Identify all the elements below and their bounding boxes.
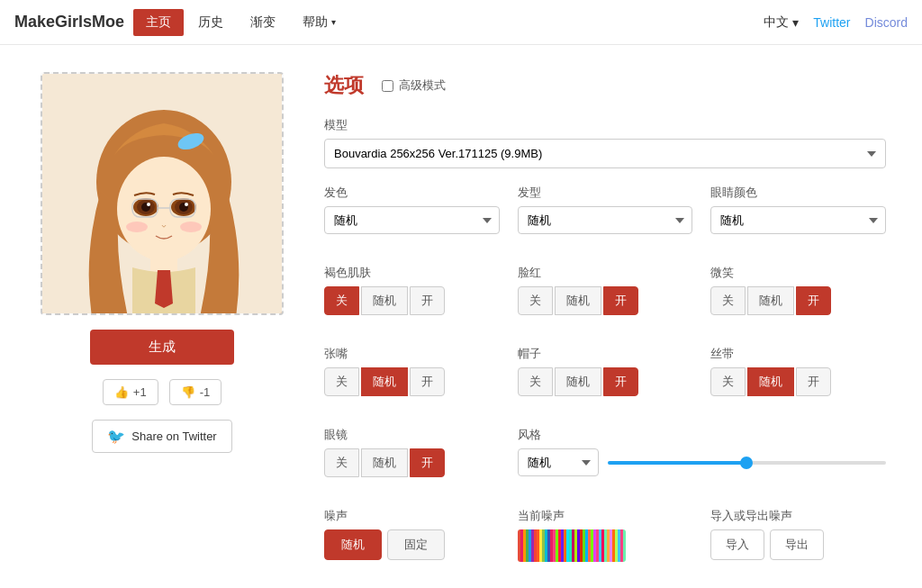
smile-off-btn[interactable]: 关 — [710, 286, 746, 315]
row-mouth-hat-ribbon: 张嘴 关 随机 开 帽子 关 随机 开 丝带 关 随机 — [324, 346, 886, 412]
smile-on-btn[interactable]: 开 — [796, 286, 831, 315]
io-noise-label: 导入或导出噪声 — [710, 508, 886, 524]
smile-label: 微笑 — [710, 265, 886, 281]
smile-field: 微笑 关 随机 开 — [710, 265, 886, 315]
mouth-off-btn[interactable]: 关 — [324, 367, 359, 396]
hair-color-field: 发色 随机 — [324, 185, 500, 234]
twitter-nav-link[interactable]: Twitter — [813, 15, 850, 30]
style-field: 风格 随机 — [518, 427, 886, 477]
svg-point-17 — [180, 222, 202, 232]
mouth-on-btn[interactable]: 开 — [410, 367, 445, 396]
export-noise-btn[interactable]: 导出 — [770, 529, 824, 560]
glasses-off-btn[interactable]: 关 — [324, 448, 359, 477]
smile-toggle: 关 随机 开 — [710, 286, 886, 315]
import-export-btns: 导入 导出 — [710, 529, 886, 560]
hair-style-select[interactable]: 随机 — [518, 206, 693, 234]
tan-toggle: 关 随机 开 — [324, 286, 500, 315]
open-mouth-label: 张嘴 — [324, 346, 500, 362]
noise-fixed-btn[interactable]: 固定 — [387, 529, 445, 560]
import-noise-btn[interactable]: 导入 — [710, 529, 764, 560]
thumbs-down-icon: 👎 — [181, 385, 195, 399]
hair-color-wrap: 随机 — [324, 206, 500, 234]
eye-color-label: 眼睛颜色 — [710, 185, 886, 201]
discord-nav-link[interactable]: Discord — [865, 15, 908, 30]
image-frame — [41, 72, 284, 315]
tan-field: 褐色肌肤 关 随机 开 — [324, 265, 500, 315]
style-select[interactable]: 随机 — [518, 448, 599, 476]
nav-history[interactable]: 历史 — [185, 9, 236, 36]
chevron-down-icon: ▾ — [792, 15, 799, 30]
mouth-random-btn[interactable]: 随机 — [361, 367, 408, 396]
hat-label: 帽子 — [518, 346, 693, 362]
smile-random-btn[interactable]: 随机 — [747, 286, 794, 315]
row-tan-blush-smile: 褐色肌肤 关 随机 开 脸红 关 随机 开 微笑 关 随机 — [324, 265, 886, 331]
blush-random-btn[interactable]: 随机 — [555, 286, 601, 315]
row-noise: 噪声 随机 固定 当前噪声 导入或导出噪声 导入 导出 — [324, 508, 886, 578]
ribbon-label: 丝带 — [710, 346, 886, 362]
upvote-button[interactable]: 👍 +1 — [103, 379, 158, 405]
model-label: 模型 — [324, 117, 886, 133]
blush-label: 脸红 — [518, 265, 693, 281]
main-content: 生成 👍 +1 👎 -1 🐦 Share on Twitter 选项 高级模式 — [0, 45, 922, 588]
generate-button[interactable]: 生成 — [90, 330, 234, 365]
noise-preview — [518, 529, 626, 562]
hair-color-label: 发色 — [324, 185, 500, 201]
current-noise-label: 当前噪声 — [518, 508, 693, 524]
svg-point-13 — [185, 203, 188, 206]
nav-home[interactable]: 主页 — [133, 9, 184, 36]
eye-color-field: 眼睛颜色 随机 — [710, 185, 886, 234]
svg-point-3 — [117, 157, 211, 261]
style-row: 随机 — [518, 448, 886, 476]
open-mouth-toggle: 关 随机 开 — [324, 367, 500, 396]
tan-label: 褐色肌肤 — [324, 265, 500, 281]
hair-style-field: 发型 随机 — [518, 185, 693, 234]
blush-off-btn[interactable]: 关 — [518, 286, 553, 315]
downvote-button[interactable]: 👎 -1 — [169, 379, 222, 405]
hat-off-btn[interactable]: 关 — [518, 367, 553, 396]
blush-toggle: 关 随机 开 — [518, 286, 693, 315]
io-noise-field: 导入或导出噪声 导入 导出 — [710, 508, 886, 562]
chevron-down-icon: ▾ — [331, 17, 336, 27]
tan-off-btn[interactable]: 关 — [324, 286, 359, 315]
hair-style-wrap: 随机 — [518, 206, 693, 234]
share-twitter-button[interactable]: 🐦 Share on Twitter — [92, 420, 231, 453]
nav-items: 主页 历史 渐变 帮助 ▾ — [133, 9, 348, 36]
glasses-random-btn[interactable]: 随机 — [361, 448, 408, 477]
nav-gradient[interactable]: 渐变 — [238, 9, 288, 36]
model-select[interactable]: Bouvardia 256x256 Ver.171125 (9.9MB) — [324, 139, 886, 168]
blush-field: 脸红 关 随机 开 — [518, 265, 693, 315]
options-title: 选项 — [324, 72, 364, 99]
ribbon-random-btn[interactable]: 随机 — [747, 367, 794, 396]
navbar: MakeGirlsMoe 主页 历史 渐变 帮助 ▾ 中文 ▾ Twitter … — [0, 0, 922, 45]
vote-row: 👍 +1 👎 -1 — [103, 379, 221, 405]
language-selector[interactable]: 中文 ▾ — [764, 14, 799, 31]
open-mouth-field: 张嘴 关 随机 开 — [324, 346, 500, 396]
ribbon-field: 丝带 关 随机 开 — [710, 346, 886, 396]
glasses-on-btn[interactable]: 开 — [410, 448, 445, 477]
eye-color-select[interactable]: 随机 — [710, 206, 886, 234]
tan-random-btn[interactable]: 随机 — [361, 286, 408, 315]
hair-style-label: 发型 — [518, 185, 693, 201]
hat-random-btn[interactable]: 随机 — [555, 367, 601, 396]
advanced-mode-toggle[interactable]: 高级模式 — [382, 77, 446, 94]
ribbon-toggle: 关 随机 开 — [710, 367, 886, 396]
advanced-mode-checkbox[interactable] — [382, 80, 393, 92]
ribbon-on-btn[interactable]: 开 — [796, 367, 831, 396]
generated-image — [42, 74, 282, 313]
hat-on-btn[interactable]: 开 — [603, 367, 638, 396]
noise-field: 噪声 随机 固定 — [324, 508, 500, 562]
model-field: 模型 Bouvardia 256x256 Ver.171125 (9.9MB) — [324, 117, 886, 168]
noise-random-btn[interactable]: 随机 — [324, 529, 382, 560]
hair-color-select[interactable]: 随机 — [324, 206, 500, 234]
tan-on-btn[interactable]: 开 — [410, 286, 445, 315]
thumbs-up-icon: 👍 — [114, 385, 129, 399]
style-slider[interactable] — [608, 461, 886, 465]
svg-point-8 — [147, 203, 150, 206]
twitter-bird-icon: 🐦 — [107, 428, 125, 445]
eye-color-wrap: 随机 — [710, 206, 886, 234]
left-panel: 生成 👍 +1 👎 -1 🐦 Share on Twitter — [36, 72, 288, 588]
ribbon-off-btn[interactable]: 关 — [710, 367, 746, 396]
blush-on-btn[interactable]: 开 — [603, 286, 638, 315]
nav-help[interactable]: 帮助 ▾ — [290, 9, 348, 36]
svg-point-16 — [126, 222, 148, 232]
